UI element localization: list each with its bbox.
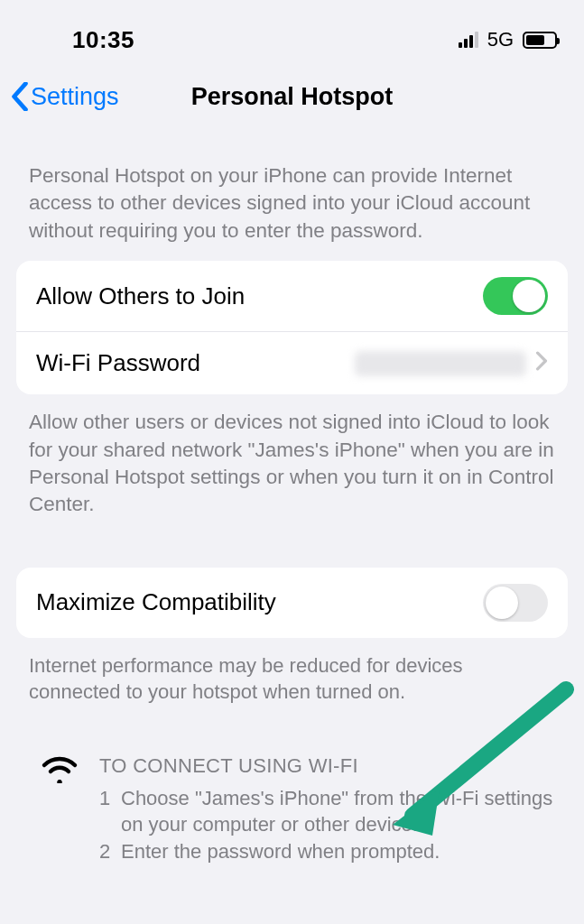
wifi-password-value-hidden xyxy=(355,351,526,376)
max-compat-switch[interactable] xyxy=(483,584,548,622)
status-bar: 10:35 5G xyxy=(0,0,584,63)
status-time: 10:35 xyxy=(72,26,134,54)
chevron-left-icon xyxy=(11,82,29,111)
max-compat-label: Maximize Compatibility xyxy=(36,588,276,616)
status-indicators: 5G xyxy=(459,28,557,51)
connect-step-1: 1 Choose "James's iPhone" from the Wi-Fi… xyxy=(99,785,555,838)
wifi-password-row[interactable]: Wi-Fi Password xyxy=(16,331,568,394)
nav-bar: Settings Personal Hotspot xyxy=(0,63,584,126)
battery-icon xyxy=(523,32,557,49)
chevron-right-icon xyxy=(535,349,548,377)
compat-group: Maximize Compatibility xyxy=(16,568,568,638)
connect-instructions: TO CONNECT USING WI-FI 1 Choose "James's… xyxy=(0,722,584,865)
back-label: Settings xyxy=(31,83,119,111)
wifi-icon xyxy=(40,753,79,865)
compat-desc: Internet performance may be reduced for … xyxy=(0,638,584,722)
allow-others-switch[interactable] xyxy=(483,277,548,315)
allow-others-label: Allow Others to Join xyxy=(36,282,245,310)
allow-others-row: Allow Others to Join xyxy=(16,261,568,331)
hotspot-intro-text: Personal Hotspot on your iPhone can prov… xyxy=(0,126,584,261)
connect-title: TO CONNECT USING WI-FI xyxy=(99,753,555,780)
hotspot-settings-group: Allow Others to Join Wi-Fi Password xyxy=(16,261,568,394)
back-button[interactable]: Settings xyxy=(11,82,119,111)
page-title: Personal Hotspot xyxy=(191,83,394,111)
cellular-signal-icon xyxy=(459,32,478,48)
connect-step-2: 2 Enter the password when prompted. xyxy=(99,838,555,865)
allow-others-desc: Allow other users or devices not signed … xyxy=(0,394,584,535)
network-type: 5G xyxy=(487,28,514,51)
wifi-password-label: Wi-Fi Password xyxy=(36,349,200,377)
max-compat-row: Maximize Compatibility xyxy=(16,568,568,638)
